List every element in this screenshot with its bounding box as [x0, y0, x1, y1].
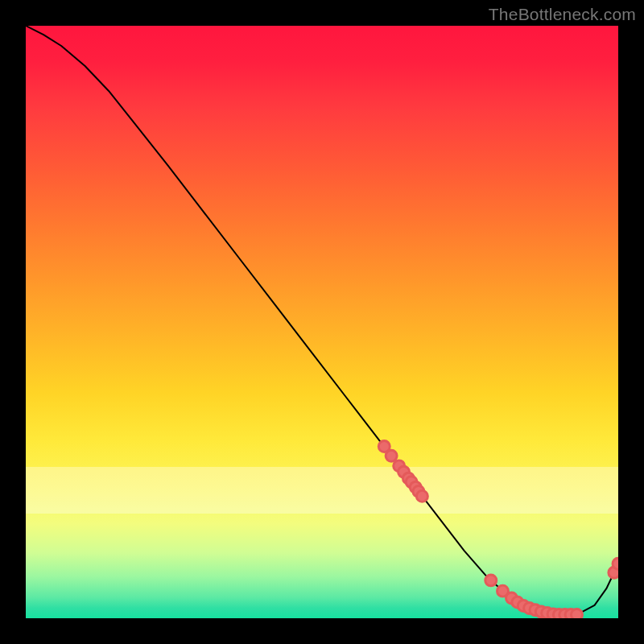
plot-area — [26, 26, 618, 618]
watermark-text: TheBottleneck.com — [489, 5, 636, 24]
data-point — [571, 609, 582, 618]
data-point — [416, 490, 427, 502]
data-point — [613, 558, 618, 569]
scatter-dots — [378, 441, 618, 618]
chart-svg — [26, 26, 618, 618]
chart-stage: TheBottleneck.com — [0, 0, 644, 644]
data-point — [386, 450, 397, 461]
bottleneck-curve — [26, 26, 618, 615]
data-point — [485, 575, 497, 586]
